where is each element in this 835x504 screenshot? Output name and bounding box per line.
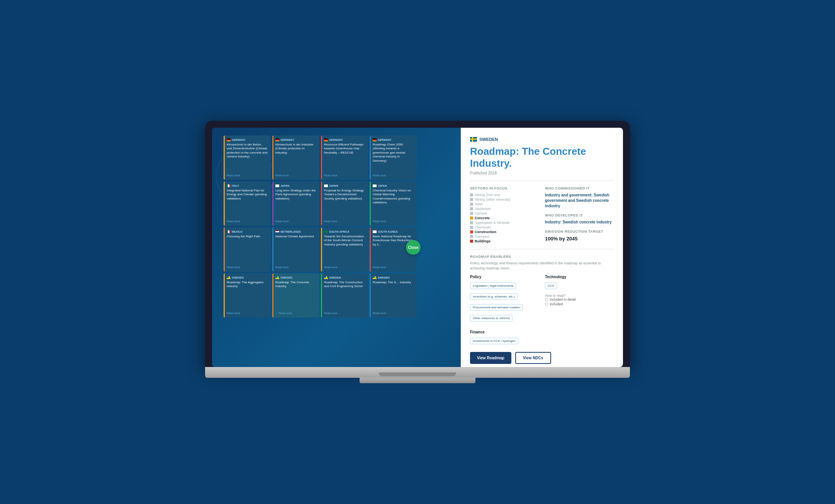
grid-row-3: Mexico Choosing the Right Path Read more…	[224, 227, 424, 272]
detail-commissioned-col: Who Commissioned It Industry and governm…	[545, 186, 614, 244]
how-to-read-label: How to read?	[545, 294, 614, 298]
tag-incentives[interactable]: Incentives (e.g. schemes, etc.)	[470, 292, 539, 301]
flag-se	[227, 276, 231, 279]
technology-label: Technology	[545, 275, 614, 279]
sector-dot	[470, 198, 473, 201]
card-mexico-1[interactable]: Mexico Choosing the Right Path Read more	[224, 227, 271, 272]
card-country: Mexico	[227, 230, 268, 233]
flag-mx	[227, 230, 231, 233]
card-read-more[interactable]: Read more	[275, 174, 289, 177]
card-read-more[interactable]: Read more	[324, 220, 338, 223]
tag-ccs[interactable]: CCS	[545, 281, 614, 291]
view-roadmap-button[interactable]: View Roadmap	[470, 352, 511, 364]
card-read-more[interactable]: Read more	[227, 266, 240, 269]
close-button[interactable]: Close	[406, 240, 421, 255]
commissioned-label: Who Commissioned It	[545, 186, 614, 190]
sector-dot-buildings	[470, 240, 473, 243]
action-buttons: View Roadmap View NDCs	[470, 352, 614, 364]
card-read-more[interactable]: Read more	[373, 266, 386, 269]
card-germany-3[interactable]: Germany Resource-Efficient Pathways towa…	[321, 135, 368, 180]
detail-title-dot: .	[509, 157, 512, 169]
card-title: Long-term Strategy under the Paris Agree…	[275, 189, 316, 201]
card-bar	[321, 227, 322, 272]
radio-included[interactable]: Included	[545, 302, 614, 306]
card-read-more[interactable]: Read more	[227, 220, 240, 223]
view-ndcs-button[interactable]: View NDCs	[515, 352, 551, 364]
card-read-more[interactable]: Read more	[373, 312, 386, 315]
card-bar	[224, 227, 225, 272]
card-read-more[interactable]: Read more	[324, 312, 338, 315]
card-title: Towards the Decarbonisation of the South…	[324, 235, 365, 247]
flag-it	[227, 184, 231, 187]
flag-nl	[275, 230, 279, 233]
card-germany-4[interactable]: Germany Roadmap Chem 2050 (Working towar…	[370, 135, 417, 180]
card-title: Klimaschutz in der Beton- und Zementindu…	[227, 143, 268, 159]
card-read-more[interactable]: Read more	[275, 266, 289, 269]
tag-legislation[interactable]: Legislation / legal instruments	[470, 281, 539, 291]
enablers-row: Policy Legislation / legal instruments I…	[470, 275, 614, 325]
sectors-label: Sectors in Focus	[470, 186, 539, 190]
card-read-more[interactable]: Read more	[373, 220, 386, 223]
card-country: Sweden	[324, 276, 365, 279]
card-japan-1[interactable]: Japan Long-term Strategy under the Paris…	[272, 181, 319, 226]
card-title: Resource-Efficient Pathways towards Gree…	[324, 143, 365, 155]
detail-title: Roadmap: The Concrete Industry.	[470, 145, 614, 169]
card-country: Germany	[324, 139, 365, 141]
flag-de	[227, 139, 231, 141]
grid-row-1: Germany Klimaschutz in der Beton- und Ze…	[224, 135, 424, 180]
sector-dot	[470, 235, 473, 238]
card-read-more[interactable]: Read more	[373, 174, 386, 177]
card-italy-1[interactable]: Italy Integrated National Plan for Energ…	[224, 181, 271, 226]
card-sweden-4[interactable]: Sweden Roadmap: The S… Industry Read mor…	[370, 273, 417, 318]
card-country: Sweden	[275, 276, 316, 279]
detail-panel: Sweden Roadmap: The Concrete Industry. P…	[461, 128, 623, 367]
card-country: South Africa	[324, 230, 365, 233]
laptop-stand	[360, 378, 475, 383]
card-title: Chemical Industry Vision on Global Warmi…	[373, 189, 414, 205]
card-bar	[370, 135, 371, 180]
card-sweden-2[interactable]: Sweden Roadmap: The Concrete Industry → …	[272, 273, 319, 318]
tag-procurement[interactable]: Procurement and demand creation	[470, 303, 539, 312]
card-sweden-3[interactable]: Sweden Roadmap: The Construction and Civ…	[321, 273, 368, 318]
sector-dot	[470, 203, 473, 206]
enablers-desc: Policy, technology, and finance requirem…	[470, 261, 614, 271]
developed-label: Who Developed It	[545, 213, 614, 217]
commissioned-text: Industry and government: Swedish governm…	[545, 193, 614, 209]
card-title: Roadmap: The Concrete Industry	[275, 281, 316, 289]
card-sweden-1[interactable]: Sweden Roadmap: The Aggregates Industry …	[224, 273, 271, 318]
card-bar	[272, 227, 273, 272]
sector-list: Mining (Iron ore) Mining (other minerals…	[470, 193, 539, 244]
flag-de	[324, 139, 328, 141]
detail-published: Published 2018	[470, 171, 614, 181]
tag-investments[interactable]: Investments in CCS / hydrogen	[470, 337, 614, 346]
detail-sectors-col: Sectors in Focus Mining (Iron ore) Minin…	[470, 186, 539, 244]
card-japan-2[interactable]: Japan Proposal for Energy Strategy Towar…	[321, 181, 368, 226]
sector-item-mining-iron: Mining (Iron ore)	[470, 193, 539, 197]
card-title: Roadmap: The Aggregates Industry	[227, 281, 268, 289]
radio-included-detail[interactable]: Included in detail	[545, 298, 614, 301]
card-south-africa-1[interactable]: South Africa Towards the Decarbonisation…	[321, 227, 368, 272]
enablers-section: Roadmap Enablers Policy, technology, and…	[470, 255, 614, 324]
card-read-more[interactable]: Read more	[227, 312, 240, 315]
card-netherlands-1[interactable]: Netherlands National Climate Agreement R…	[272, 227, 319, 272]
card-country: Sweden	[373, 276, 414, 279]
card-read-more[interactable]: Read more	[227, 174, 240, 177]
card-japan-3[interactable]: Japan Chemical Industry Vision on Global…	[370, 181, 417, 226]
radio-dot	[545, 298, 548, 301]
card-read-more[interactable]: Read more	[275, 220, 289, 223]
card-country: Germany	[227, 139, 268, 141]
card-bar	[224, 135, 225, 180]
card-bar	[370, 227, 371, 272]
card-country: Japan	[324, 184, 365, 187]
card-germany-1[interactable]: Germany Klimaschutz in der Beton- und Ze…	[224, 135, 271, 180]
card-title: Roadmap: The Construction and Civil Engi…	[324, 281, 365, 289]
flag-za	[324, 230, 328, 233]
card-read-more[interactable]: Read more	[324, 174, 338, 177]
card-read-more[interactable]: Read more	[324, 266, 338, 269]
tag-other-measures[interactable]: Other measures or reforms	[470, 314, 539, 323]
card-bar	[272, 273, 273, 318]
card-germany-2[interactable]: Germany Klimaschutz in der Industrie (Cl…	[272, 135, 319, 180]
card-read-more[interactable]: → Read more	[275, 312, 292, 315]
finance-section: Finance Investments in CCS / hydrogen	[470, 330, 614, 346]
sector-item-aluminium: Aluminium	[470, 206, 539, 211]
